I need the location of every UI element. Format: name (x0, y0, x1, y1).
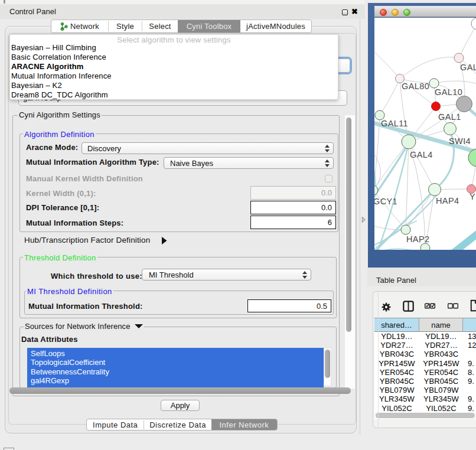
svg-text:GAL4: GAL4 (410, 150, 433, 159)
svg-text:HAP2: HAP2 (406, 234, 429, 244)
svg-text:GAL11: GAL11 (381, 119, 408, 128)
svg-text:GAL1: GAL1 (438, 112, 461, 122)
svg-text:Y: Y (470, 192, 475, 201)
svg-text:GAL2: GAL2 (460, 63, 476, 72)
svg-text:HAP4: HAP4 (436, 196, 459, 206)
svg-text:GCY1: GCY1 (374, 197, 397, 206)
svg-text:GAL10: GAL10 (435, 87, 462, 97)
svg-text:GAL80: GAL80 (402, 81, 429, 91)
svg-text:SWI4: SWI4 (449, 136, 471, 146)
